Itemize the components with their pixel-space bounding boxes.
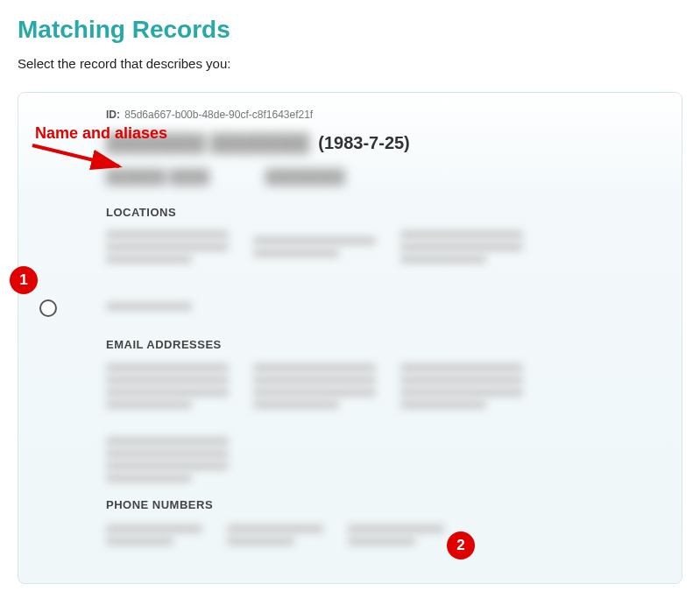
record-name-row: ████████ ████████ (1983-7-25) bbox=[106, 133, 661, 153]
phones-grid bbox=[106, 522, 661, 548]
page-title: Matching Records bbox=[18, 16, 682, 44]
annotation-badge-1: 1 bbox=[10, 266, 38, 294]
location-cell bbox=[106, 289, 229, 324]
phone-cell bbox=[348, 522, 444, 548]
location-cell bbox=[400, 229, 523, 264]
locations-grid bbox=[106, 229, 661, 324]
svg-line-0 bbox=[32, 145, 119, 166]
record-dob: (1983-7-25) bbox=[318, 133, 410, 153]
phones-label: PHONE NUMBERS bbox=[106, 498, 661, 511]
email-cell bbox=[106, 362, 229, 411]
phone-cell bbox=[227, 522, 323, 548]
record-alias-row: ██████ ████ ████████ bbox=[106, 169, 661, 185]
phone-cell bbox=[106, 522, 202, 548]
annotation-arrow-icon bbox=[28, 140, 133, 175]
email-cell bbox=[106, 435, 229, 484]
location-cell bbox=[253, 229, 376, 264]
alias-2: ████████ bbox=[265, 169, 345, 185]
record-id-row: ID: 85d6a667-b00b-48de-90cf-c8f1643ef21f bbox=[106, 109, 661, 121]
emails-label: EMAIL ADDRESSES bbox=[106, 338, 661, 351]
record-id-label: ID: bbox=[106, 109, 120, 121]
annotation-badge-2: 2 bbox=[447, 531, 475, 559]
record-radio[interactable] bbox=[39, 299, 57, 317]
emails-grid bbox=[106, 362, 661, 484]
record-id-value: 85d6a667-b00b-48de-90cf-c8f1643ef21f bbox=[124, 109, 313, 121]
location-cell bbox=[106, 229, 229, 264]
email-cell bbox=[400, 362, 523, 411]
instruction-text: Select the record that describes you: bbox=[18, 56, 682, 71]
locations-label: LOCATIONS bbox=[106, 206, 661, 219]
email-cell bbox=[253, 362, 376, 411]
